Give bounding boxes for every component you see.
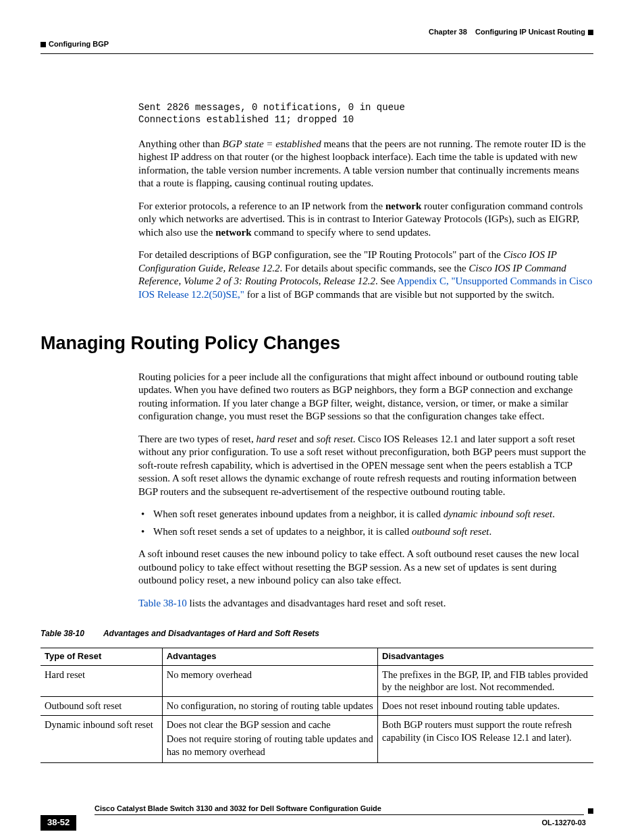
cell: Does not clear the BGP session and cache…: [162, 716, 377, 763]
text-bold: network: [385, 201, 421, 211]
page-subheader: Configuring BGP: [41, 39, 593, 49]
table-label: Table 38-10: [41, 629, 84, 638]
cell: Both BGP routers must support the route …: [378, 716, 593, 763]
chapter-title: Configuring IP Unicast Routing: [475, 28, 585, 36]
text-italic: dynamic inbound soft reset: [444, 509, 553, 519]
header-bar-icon: [588, 30, 593, 35]
paragraph: For exterior protocols, a reference to a…: [138, 200, 593, 240]
page-number-badge: 38-52: [41, 815, 76, 831]
cell: Does not reset inbound routing table upd…: [378, 697, 593, 716]
header-right: Chapter 38 Configuring IP Unicast Routin…: [41, 27, 593, 36]
cell: Hard reset: [41, 665, 162, 697]
section-heading: Managing Routing Policy Changes: [41, 332, 593, 355]
chapter-label: Chapter 38: [429, 28, 467, 36]
table-row: Dynamic inbound soft reset Does not clea…: [41, 716, 593, 763]
section-label: Configuring BGP: [49, 40, 109, 48]
paragraph: Routing policies for a peer include all …: [138, 371, 593, 423]
cell: No configuration, no storing of routing …: [162, 697, 377, 716]
text: There are two types of reset,: [138, 434, 257, 444]
paragraph: Table 38-10 lists the advantages and dis…: [138, 597, 593, 610]
cell-text: Does not require storing of routing tabl…: [167, 733, 373, 758]
text: .: [489, 526, 492, 537]
table-title: Advantages and Disadvantages of Hard and…: [103, 629, 319, 638]
text: When soft reset sends a set of updates t…: [153, 526, 412, 537]
code-line: Sent 2826 messages, 0 notifications, 0 i…: [138, 102, 405, 113]
page-footer: Cisco Catalyst Blade Switch 3130 and 303…: [41, 804, 593, 831]
header-bar-icon: [41, 42, 46, 47]
cell: The prefixes in the BGP, IP, and FIB tab…: [378, 665, 593, 697]
footer-bar-icon: [588, 808, 593, 814]
book-title: Cisco Catalyst Blade Switch 3130 and 303…: [95, 804, 584, 815]
table-caption: Table 38-10Advantages and Disadvantages …: [41, 629, 593, 640]
cell: Dynamic inbound soft reset: [41, 716, 162, 763]
col-header: Advantages: [162, 648, 377, 665]
text-italic: outbound soft reset: [412, 526, 489, 537]
table-header-row: Type of Reset Advantages Disadvantages: [41, 648, 593, 665]
text: . See: [375, 276, 397, 286]
text: lists the advantages and disadvantages h…: [187, 598, 446, 608]
table-row: Outbound soft reset No configuration, no…: [41, 697, 593, 716]
table-row: Hard reset No memory overhead The prefix…: [41, 665, 593, 697]
text: OL-13270-03: [542, 818, 586, 827]
bullet-list: When soft reset generates inbound update…: [138, 508, 593, 538]
text: When soft reset generates inbound update…: [153, 509, 444, 519]
text: . For details about specific commands, s…: [280, 263, 469, 273]
text: and: [297, 434, 317, 444]
text-italic: BGP state = established: [223, 138, 321, 149]
paragraph: A soft inbound reset causes the new inbo…: [138, 548, 593, 588]
text-italic: soft reset: [317, 434, 353, 444]
text-bold: network: [215, 227, 251, 238]
cell-text: Does not clear the BGP session and cache: [167, 719, 373, 731]
code-line: Connections established 11; dropped 10: [138, 114, 354, 125]
list-item: When soft reset sends a set of updates t…: [138, 525, 593, 539]
col-header: Disadvantages: [378, 648, 593, 665]
text-italic: hard reset: [257, 434, 297, 444]
col-header: Type of Reset: [41, 648, 162, 665]
paragraph: There are two types of reset, hard reset…: [138, 433, 593, 499]
paragraph: For detailed descriptions of BGP configu…: [138, 249, 593, 301]
doc-id: OL-13270-03: [542, 818, 594, 827]
text: For detailed descriptions of BGP configu…: [138, 249, 504, 260]
text: for a list of BGP commands that are visi…: [244, 289, 554, 300]
cell: Outbound soft reset: [41, 697, 162, 716]
text: command to specify where to send updates…: [251, 227, 431, 238]
paragraph: Anything other than BGP state = establis…: [138, 138, 593, 190]
reset-table: Type of Reset Advantages Disadvantages H…: [41, 648, 593, 763]
list-item: When soft reset generates inbound update…: [138, 508, 593, 521]
text: .: [552, 509, 555, 519]
text: For exterior protocols, a reference to a…: [138, 201, 385, 211]
page-header: Chapter 38 Configuring IP Unicast Routin…: [41, 27, 593, 36]
table-ref-link[interactable]: Table 38-10: [138, 598, 187, 608]
header-rule: [41, 53, 593, 54]
cell: No memory overhead: [162, 665, 377, 697]
header-left: Configuring BGP: [41, 39, 109, 49]
code-output: Sent 2826 messages, 0 notifications, 0 i…: [138, 101, 593, 126]
text: Anything other than: [138, 138, 223, 149]
